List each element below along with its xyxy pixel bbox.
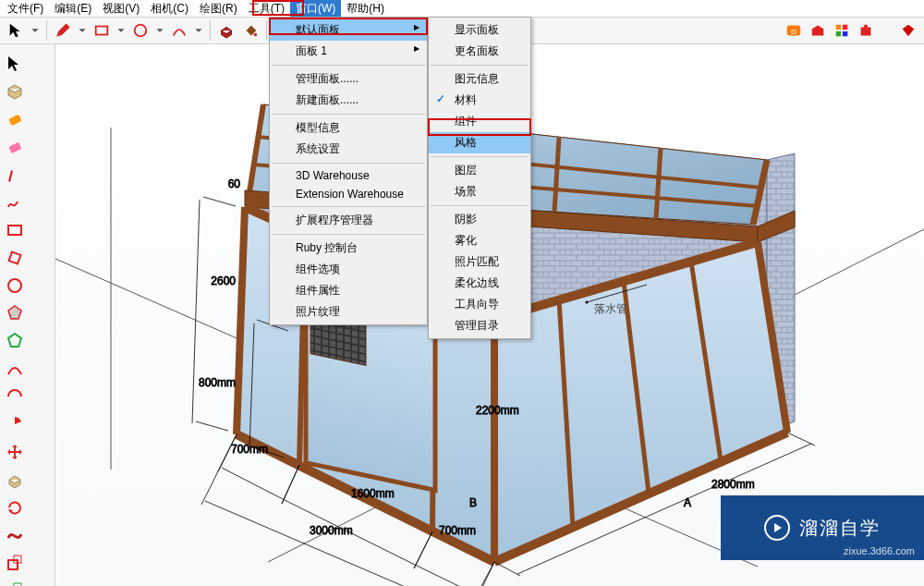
eraser-orange-icon[interactable] <box>4 108 26 130</box>
menu-item[interactable]: 模型信息 <box>270 117 427 139</box>
dropdown-icon[interactable] <box>78 21 87 40</box>
polygon-green-icon[interactable] <box>4 330 26 352</box>
pie-icon[interactable] <box>4 413 26 435</box>
menu-item[interactable]: 面板 1 <box>270 41 427 62</box>
submenu-item[interactable]: 照片匹配 <box>429 251 530 273</box>
menu-item[interactable]: 新建面板...... <box>270 90 427 111</box>
menu-item[interactable]: 管理面板...... <box>270 68 427 90</box>
menubar: 文件(F) 编辑(E) 视图(V) 相机(C) 绘图(R) 工具(T) 窗口(W… <box>0 0 924 17</box>
dim-60: 60 <box>228 177 241 190</box>
move-icon[interactable] <box>4 441 26 463</box>
play-icon <box>764 515 790 541</box>
menu-separator <box>431 205 529 206</box>
menu-item[interactable]: Ruby 控制台 <box>270 238 427 259</box>
dropdown-icon[interactable] <box>155 21 164 40</box>
svg-point-2 <box>254 33 258 37</box>
pushpull-icon[interactable] <box>217 21 236 40</box>
submenu-item[interactable]: 工具向导 <box>429 294 530 315</box>
scale-red-icon[interactable] <box>4 552 26 574</box>
make-component-icon[interactable] <box>4 80 26 103</box>
menu-item[interactable]: 3D Warehouse <box>270 166 427 185</box>
eraser-pink-icon[interactable] <box>4 136 26 158</box>
select-arrow-icon[interactable] <box>6 21 25 40</box>
menu-camera[interactable]: 相机(C) <box>145 0 194 18</box>
watermark-text: 溜溜自学 <box>799 516 881 541</box>
scale-green-icon[interactable] <box>4 580 26 586</box>
followme-icon[interactable] <box>4 524 26 546</box>
submenu-item[interactable]: 图层 <box>429 160 530 181</box>
svg-rect-8 <box>843 31 847 36</box>
submenu-item[interactable]: 显示面板 <box>429 19 530 41</box>
menu-item[interactable]: 扩展程序管理器 <box>270 210 427 231</box>
submenu-item[interactable]: 更名面板 <box>429 41 530 62</box>
menu-item[interactable]: 系统设置 <box>270 139 427 160</box>
submenu-item[interactable]: 雾化 <box>429 230 530 251</box>
menu-separator <box>431 156 529 157</box>
submenu-item[interactable]: 阴影 <box>429 209 530 230</box>
menu-separator <box>272 163 425 164</box>
svg-rect-12 <box>9 252 21 264</box>
menu-separator <box>272 65 425 66</box>
menu-help[interactable]: 帮助(H) <box>341 0 390 18</box>
submenu-item[interactable]: 柔化边线 <box>429 273 530 294</box>
menu-file[interactable]: 文件(F) <box>2 0 49 18</box>
dropdown-icon[interactable] <box>194 21 203 40</box>
submenu-item[interactable]: 材料 <box>429 90 530 111</box>
menu-item[interactable]: 照片纹理 <box>270 301 427 323</box>
menu-view[interactable]: 视图(V) <box>97 0 145 18</box>
menu-window[interactable]: 窗口(W) <box>290 0 341 18</box>
freehand-icon[interactable] <box>4 191 26 214</box>
ruby-icon[interactable] <box>899 21 918 40</box>
menu-separator <box>272 234 425 235</box>
menu-separator <box>272 206 425 207</box>
svg-point-42 <box>586 301 589 304</box>
menu-item[interactable]: Extension Warehouse <box>270 185 427 203</box>
svg-rect-11 <box>8 226 21 235</box>
menu-edit[interactable]: 编辑(E) <box>49 0 97 18</box>
menu-item[interactable]: 组件选项 <box>270 259 427 280</box>
dim-3000: 3000mm <box>310 524 353 537</box>
dim-2600: 2600 <box>211 275 236 287</box>
rotate-icon[interactable] <box>4 496 26 519</box>
submenu-item[interactable]: 管理目录 <box>429 315 530 336</box>
rect-icon[interactable] <box>4 219 26 241</box>
menu-item[interactable]: 默认面板 <box>270 19 427 41</box>
submenu-item[interactable]: 组件 <box>429 111 530 132</box>
submenu-item[interactable]: 风格 <box>429 132 530 153</box>
menu-separator <box>272 114 425 115</box>
svg-rect-14 <box>8 560 18 569</box>
line-icon[interactable] <box>4 164 26 186</box>
circle-icon[interactable] <box>131 21 150 40</box>
warehouse-icon[interactable] <box>808 21 827 40</box>
select-icon[interactable] <box>4 53 26 75</box>
rectangle-icon[interactable] <box>92 21 111 40</box>
rotated-rect-icon[interactable] <box>4 247 26 269</box>
arc2-icon[interactable] <box>4 385 26 408</box>
extension-icon[interactable] <box>857 21 875 40</box>
dim-700b: 700mm <box>439 524 476 537</box>
pushpull-icon[interactable] <box>4 469 26 491</box>
svg-rect-6 <box>843 25 847 30</box>
arc-icon[interactable] <box>4 358 26 380</box>
submenu-item[interactable]: 场景 <box>429 181 530 202</box>
svg-rect-7 <box>836 31 841 36</box>
menu-draw[interactable]: 绘图(R) <box>194 0 243 18</box>
submenu-item[interactable]: 图元信息 <box>429 68 530 90</box>
dropdown-icon[interactable] <box>116 21 126 40</box>
svg-text:D: D <box>791 28 796 36</box>
paint-bucket-icon[interactable] <box>241 21 260 40</box>
dropdown-icon[interactable] <box>30 21 40 40</box>
arc-icon[interactable] <box>170 21 188 40</box>
mark-b: B <box>469 496 477 509</box>
svg-point-13 <box>8 279 21 292</box>
pencil-icon[interactable] <box>54 21 72 40</box>
menu-item[interactable]: 组件属性 <box>270 280 427 301</box>
left-toolbar: A A <box>0 44 55 586</box>
des-icon[interactable]: D <box>784 21 803 40</box>
menu-tools[interactable]: 工具(T) <box>243 0 290 18</box>
window-menu-dropdown: 默认面板面板 1管理面板......新建面板......模型信息系统设置3D W… <box>269 17 428 325</box>
watermark: 溜溜自学 zixue.3d66.com <box>721 495 924 560</box>
circle-icon[interactable] <box>4 275 26 297</box>
collection-icon[interactable] <box>833 21 851 40</box>
polygon-icon[interactable] <box>4 302 26 324</box>
